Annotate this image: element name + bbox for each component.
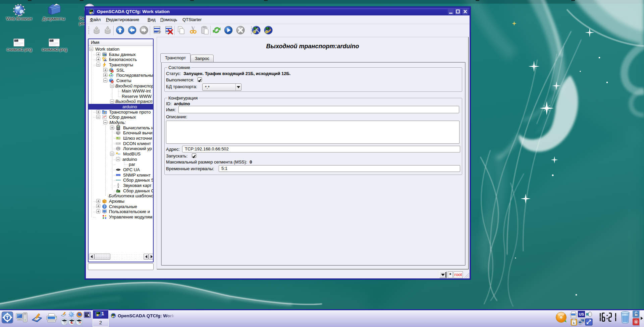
svg-text:SIEMENS: SIEMENS [116, 180, 121, 181]
svg-text:DCON: DCON [116, 143, 120, 144]
svg-text:k: k [573, 321, 575, 325]
svg-text:OPC: OPC [117, 169, 120, 171]
svg-text:SNMP: SNMP [116, 174, 120, 176]
svg-text:Л: Л [118, 147, 119, 149]
svg-text:?: ? [104, 205, 105, 208]
